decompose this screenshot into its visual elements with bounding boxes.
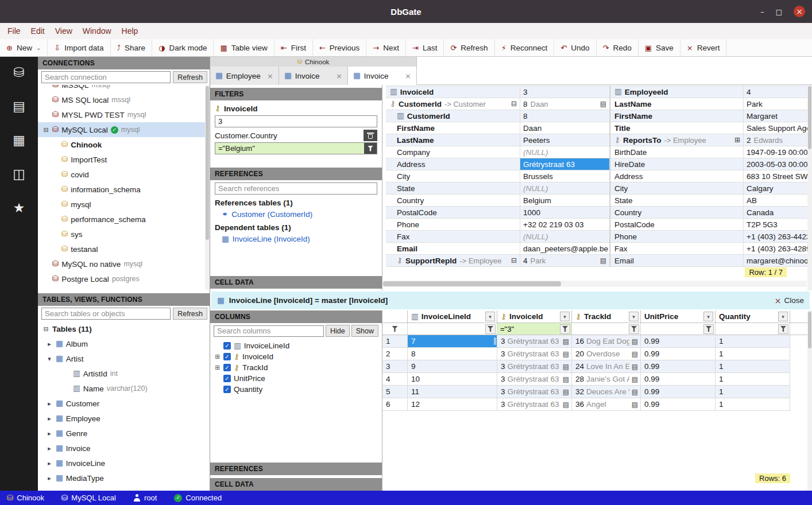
trackid-cell[interactable]: 32 Deuces Are Wild xyxy=(572,386,641,398)
row-number-cell[interactable]: 1 xyxy=(382,335,408,348)
invoiceid-cell[interactable]: 3 Grétrystraat 63 xyxy=(497,373,572,386)
column-filter-input[interactable] xyxy=(498,325,560,333)
field-name-cell[interactable]: InvoiceId xyxy=(386,86,520,98)
quantity-cell[interactable]: 1 xyxy=(716,373,790,386)
connection-item[interactable]: Chinook xyxy=(38,137,210,152)
toolbar-button[interactable]: ⇤ First xyxy=(274,39,313,56)
grid-column-header[interactable]: Quantity xyxy=(716,310,790,323)
grid-column-header[interactable]: InvoiceLineId xyxy=(408,310,497,323)
field-value-cell[interactable]: Belgium xyxy=(520,195,610,206)
field-name-cell[interactable]: Address xyxy=(610,170,744,182)
filter-funnel-button[interactable] xyxy=(629,324,639,334)
field-name-cell[interactable]: Country xyxy=(610,207,744,218)
tab[interactable]: Invoice xyxy=(348,67,417,85)
connection-item[interactable]: MSSQL mssql xyxy=(38,85,210,92)
remove-filter-button[interactable] xyxy=(364,130,377,141)
field-name-cell[interactable]: FirstName xyxy=(610,110,744,122)
statusbar-item[interactable]: Connected xyxy=(174,494,222,502)
reference-link[interactable]: Customer (CustomerId) xyxy=(210,208,382,220)
column-filter-input[interactable] xyxy=(642,325,703,333)
field-value-cell[interactable]: Canada xyxy=(744,207,812,218)
filter-funnel-button[interactable] xyxy=(778,324,788,334)
field-name-cell[interactable]: Email xyxy=(610,255,744,266)
field-value-cell[interactable]: 2 Edwards xyxy=(744,134,812,146)
field-name-cell[interactable]: LastName xyxy=(386,134,520,146)
expander-icon[interactable]: ⊞ xyxy=(214,364,221,371)
tab[interactable]: Invoice xyxy=(279,67,348,85)
detail-vertical-scrollbar[interactable] xyxy=(807,310,812,491)
table-item[interactable]: Name varchar(120) xyxy=(38,381,210,396)
expander-icon[interactable]: ⊟ xyxy=(42,325,49,333)
column-filter-input[interactable] xyxy=(573,325,629,333)
column-checkbox[interactable] xyxy=(223,342,231,349)
quantity-cell[interactable]: 1 xyxy=(716,335,790,348)
quantity-cell[interactable]: 1 xyxy=(716,398,790,411)
table-item[interactable]: ▸ Genre xyxy=(38,426,210,441)
invoicelineid-cell[interactable]: 8 xyxy=(408,348,497,360)
form-icon[interactable] xyxy=(632,375,638,383)
trackid-cell[interactable]: 24 Love In An Elevator xyxy=(572,360,641,373)
field-name-cell[interactable]: PostalCode xyxy=(610,219,744,230)
column-list-item[interactable]: ⊞ TrackId xyxy=(210,362,382,373)
unitprice-cell[interactable]: 0.99 xyxy=(641,398,716,411)
field-name-cell[interactable]: State xyxy=(610,195,744,206)
trackid-cell[interactable]: 36 Angel xyxy=(572,398,641,411)
expander-icon[interactable]: ▸ xyxy=(46,430,53,437)
field-name-cell[interactable]: City xyxy=(386,170,520,182)
tab-close-icon[interactable] xyxy=(267,72,273,80)
grid-column-header[interactable]: InvoiceId xyxy=(497,310,572,323)
toolbar-button[interactable]: ⤴ Share xyxy=(111,39,153,56)
form-icon[interactable] xyxy=(632,401,638,409)
filter-funnel-button[interactable] xyxy=(485,324,496,334)
form-icon[interactable] xyxy=(600,100,606,108)
field-value-cell[interactable]: 1000 xyxy=(520,207,610,218)
table-item[interactable]: ▸ MediaType xyxy=(38,471,210,485)
table-item[interactable]: ▸ Album xyxy=(38,336,210,351)
row-number-cell[interactable]: 4 xyxy=(382,373,408,386)
column-menu-button[interactable] xyxy=(629,312,639,321)
form-horizontal-scrollbar[interactable] xyxy=(382,281,807,287)
invoiceid-cell[interactable]: 3 Grétrystraat 63 xyxy=(497,386,572,398)
field-value-cell[interactable]: 2003-05-03 00:00:00 xyxy=(744,158,812,170)
table-item[interactable]: ArtistId int xyxy=(38,366,210,381)
filter-funnel-button[interactable] xyxy=(560,324,570,334)
statusbar-item[interactable]: Chinook xyxy=(7,494,44,502)
form-icon[interactable] xyxy=(563,388,569,396)
form-icon[interactable] xyxy=(563,363,569,371)
form-icon[interactable] xyxy=(563,337,569,345)
close-button[interactable] xyxy=(794,6,805,17)
field-name-cell[interactable]: CustomerId -> Customer ⊟ xyxy=(386,98,520,110)
apps-rail-icon[interactable] xyxy=(13,166,25,181)
connection-item[interactable]: sys xyxy=(38,227,210,242)
fk-expander-icon[interactable]: ⊟ xyxy=(511,257,517,265)
favorites-rail-icon[interactable] xyxy=(13,200,25,215)
field-name-cell[interactable]: Email xyxy=(386,243,520,254)
table-item[interactable]: ▸ Customer xyxy=(38,396,210,411)
expander-icon[interactable]: ⊟ xyxy=(42,126,49,134)
field-name-cell[interactable]: ReportsTo -> Employee ⊞ xyxy=(610,134,744,146)
field-value-cell[interactable]: 3 xyxy=(520,86,610,98)
invoiceid-cell[interactable]: 3 Grétrystraat 63 xyxy=(497,398,572,411)
statusbar-item[interactable]: root xyxy=(133,494,157,502)
field-name-cell[interactable]: EmployeeId xyxy=(610,86,744,98)
references-search-input[interactable] xyxy=(215,184,377,193)
connection-item[interactable]: testanal xyxy=(38,242,210,257)
grid-column-header[interactable]: TrackId xyxy=(572,310,641,323)
form-icon[interactable] xyxy=(563,375,569,383)
invoicelineid-cell[interactable]: 9 xyxy=(408,360,497,373)
unitprice-cell[interactable]: 0.99 xyxy=(641,373,716,386)
fk-expander-icon[interactable]: ⊞ xyxy=(734,136,740,144)
connection-item[interactable]: covid xyxy=(38,167,210,182)
table-item[interactable]: ▸ InvoiceLine xyxy=(38,456,210,471)
field-value-cell[interactable]: 4 xyxy=(744,86,812,98)
reference-link[interactable]: InvoiceLine (InvoiceId) xyxy=(210,233,382,245)
field-value-cell[interactable]: +1 (403) 263-4289 xyxy=(744,243,812,254)
toolbar-button[interactable]: ⇩ Import data xyxy=(48,39,110,56)
tab[interactable]: Employee xyxy=(210,67,279,85)
field-value-cell[interactable]: Park xyxy=(744,98,812,110)
field-value-cell[interactable]: T2P 5G3 xyxy=(744,219,812,230)
column-list-item[interactable]: InvoiceLineId xyxy=(210,340,382,351)
expander-icon[interactable]: ▸ xyxy=(46,445,53,452)
connection-item[interactable]: information_schema xyxy=(38,182,210,197)
quantity-cell[interactable]: 1 xyxy=(716,386,790,398)
